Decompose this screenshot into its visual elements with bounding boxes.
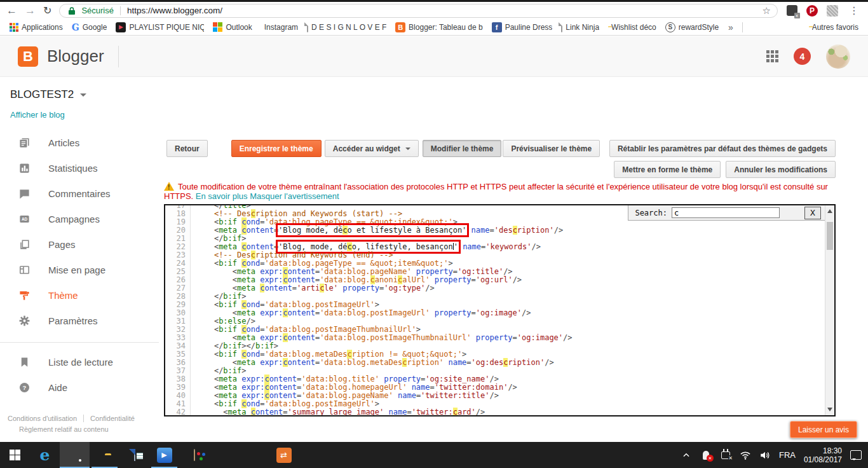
- view-blog-link[interactable]: Afficher le blog: [0, 101, 159, 125]
- bookmark-item[interactable]: Outlook: [208, 21, 256, 33]
- scroll-up-arrow-icon[interactable]: [827, 209, 832, 213]
- feedback-button[interactable]: Laisser un avis: [790, 421, 857, 438]
- blogger-logo[interactable]: B: [18, 46, 38, 67]
- sidebar-item-th-me[interactable]: Thème: [0, 282, 159, 308]
- bookmark-item[interactable]: SrewardStyle: [661, 21, 723, 34]
- bookmark-icon: [18, 355, 31, 368]
- svg-text:AD: AD: [21, 217, 27, 221]
- bookmarks-separator: [742, 22, 743, 32]
- search-close-button[interactable]: X: [804, 207, 821, 219]
- code-line[interactable]: 42 <meta content='summary_large_image' n…: [165, 408, 834, 416]
- campaigns-icon: AD: [18, 212, 31, 225]
- code-line[interactable]: 27 <meta content='article' property='og:…: [165, 284, 834, 292]
- retour-button[interactable]: Retour: [166, 140, 208, 157]
- sidebar-item-liste-de-lecture[interactable]: Liste de lecture: [0, 349, 159, 375]
- forward-button[interactable]: →: [25, 5, 36, 16]
- accéder-au-widget-button[interactable]: Accéder au widget: [325, 140, 419, 157]
- tag-extension-icon[interactable]: [785, 4, 798, 17]
- bookmark-item[interactable]: Instagram: [257, 22, 302, 33]
- reload-button[interactable]: ↻: [43, 6, 51, 16]
- bookmark-item[interactable]: Wishlist déco: [604, 22, 661, 33]
- bookmark-label: Applications: [22, 23, 63, 32]
- hide-warning-link[interactable]: Masquer l'avertissement: [250, 191, 339, 201]
- bookmark-item[interactable]: Link Ninja: [557, 22, 604, 33]
- bookmark-item[interactable]: ▶PLAYLIST PIQUE NIQU: [111, 21, 208, 34]
- taskbar-share-app-icon[interactable]: ⇄: [269, 442, 299, 468]
- wifi-icon[interactable]: [740, 450, 751, 461]
- bookmark-item[interactable]: GGoogle: [67, 21, 112, 34]
- code-area[interactable]: 17 </title>18 <!-- Description and Keywo…: [165, 204, 834, 416]
- address-bar[interactable]: Sécurisé https://www.blogger.com/ ☆: [59, 4, 778, 18]
- pinterest-extension-icon[interactable]: P: [806, 4, 818, 17]
- bookmark-item[interactable]: fPauline Dress: [487, 21, 557, 34]
- taskbar-writer-icon[interactable]: [119, 442, 149, 468]
- playlist-icon: ▶: [116, 22, 126, 32]
- paint-icon: [194, 450, 195, 461]
- scroll-down-arrow-icon[interactable]: [827, 408, 832, 411]
- logo-letter: B: [23, 48, 33, 65]
- blog-switcher[interactable]: BLOGTEST2: [0, 77, 159, 101]
- notifications-badge[interactable]: 4: [794, 48, 811, 65]
- chevron-down-icon: [80, 93, 86, 97]
- code-line[interactable]: 30 <meta expr:content='data:blog.postIma…: [165, 309, 834, 317]
- content-policy-link[interactable]: Règlement relatif au contenu: [19, 425, 109, 433]
- taskbar-photos-icon[interactable]: [209, 442, 239, 468]
- google-apps-icon[interactable]: [766, 50, 778, 62]
- sidebar-item-campagnes[interactable]: ADCampagnes: [0, 206, 159, 231]
- clock[interactable]: 18:30 01/08/2017: [804, 446, 842, 464]
- taskbar-edge-icon[interactable]: e: [30, 442, 60, 468]
- privacy-link[interactable]: Confidentialité: [90, 415, 135, 422]
- enregistrer-le-thème-button[interactable]: Enregistrer le thème: [231, 140, 322, 157]
- sidebar-item-label: Statistiques: [48, 163, 98, 174]
- tray-plug-error-icon[interactable]: [720, 450, 731, 461]
- sidebar: BLOGTEST2 Afficher le blog ArticlesStati…: [0, 77, 159, 442]
- taskbar-start-icon[interactable]: [0, 442, 30, 468]
- taskbar-chrome-icon[interactable]: [60, 442, 90, 468]
- other-favorites-folder[interactable]: Autres favoris: [804, 22, 863, 33]
- sidebar-item-pages[interactable]: Pages: [0, 231, 159, 257]
- browser-menu-button[interactable]: ⋮: [846, 4, 862, 17]
- code-line[interactable]: 36 <meta expr:content='data:blog.metaDes…: [165, 359, 834, 367]
- undo-changes-button[interactable]: Annuler les modifications: [726, 161, 836, 178]
- code-line[interactable]: 20 <meta content='Blog mode, déco et lif…: [165, 226, 834, 235]
- tray-pin-error-icon[interactable]: [700, 450, 712, 461]
- bookmark-item[interactable]: BBlogger: Tableau de b: [391, 21, 487, 34]
- header-divider: [118, 46, 119, 67]
- reset-widget-themes-button[interactable]: Rétablir les paramètres par défaut des t…: [609, 140, 836, 157]
- bookmark-item[interactable]: Applications: [5, 22, 67, 33]
- modifier-le-thème-button[interactable]: Modifier le thème: [423, 140, 502, 157]
- sidebar-item-mise-en-page[interactable]: Mise en page: [0, 257, 159, 282]
- volume-icon[interactable]: [759, 450, 771, 461]
- articles-icon: [18, 136, 31, 149]
- sidebar-item-aide[interactable]: ?Aide: [0, 375, 159, 400]
- terms-link[interactable]: Conditions d'utilisation: [8, 415, 77, 422]
- annotation-red-box: 'Blog, mode, déco, lifestyle, besançon': [278, 242, 458, 251]
- action-center-icon[interactable]: [850, 450, 862, 461]
- bookmarks-overflow-chevron[interactable]: »: [723, 22, 738, 32]
- tray-chevron-up-icon[interactable]: [681, 450, 692, 461]
- https-warning: Toute modification de votre thème entraî…: [164, 182, 829, 201]
- pages-icon: [18, 238, 31, 251]
- code-editor[interactable]: 17 </title>18 <!-- Description and Keywo…: [164, 204, 836, 416]
- taskbar-explorer-icon[interactable]: [90, 442, 119, 468]
- bookmark-item[interactable]: D E S I G N L O V E F: [302, 22, 391, 33]
- back-button[interactable]: ←: [6, 5, 17, 16]
- prévisualiser-le-thème-button[interactable]: Prévisualiser le thème: [503, 140, 600, 157]
- extension-icon[interactable]: [826, 4, 839, 17]
- language-indicator[interactable]: FRA: [779, 450, 796, 460]
- format-theme-button[interactable]: Mettre en forme le thème: [614, 161, 721, 178]
- scrollbar-thumb[interactable]: [827, 222, 833, 250]
- sidebar-item-param-tres[interactable]: Paramètres: [0, 308, 159, 333]
- taskbar-paint-icon[interactable]: [179, 442, 209, 468]
- sidebar-item-statistiques[interactable]: Statistiques: [0, 155, 159, 181]
- taskbar-inkscape-icon[interactable]: [239, 442, 269, 468]
- sidebar-item-articles[interactable]: Articles: [0, 130, 159, 155]
- search-input[interactable]: [672, 207, 780, 218]
- learn-more-link[interactable]: En savoir plus: [196, 191, 248, 201]
- taskbar-media-player-icon[interactable]: ▶: [149, 442, 179, 468]
- start-icon: [10, 450, 21, 461]
- sidebar-item-commentaires[interactable]: Commentaires: [0, 181, 159, 206]
- editor-scrollbar[interactable]: [825, 205, 834, 415]
- avatar[interactable]: [826, 45, 850, 69]
- bookmark-star-icon[interactable]: ☆: [763, 5, 771, 17]
